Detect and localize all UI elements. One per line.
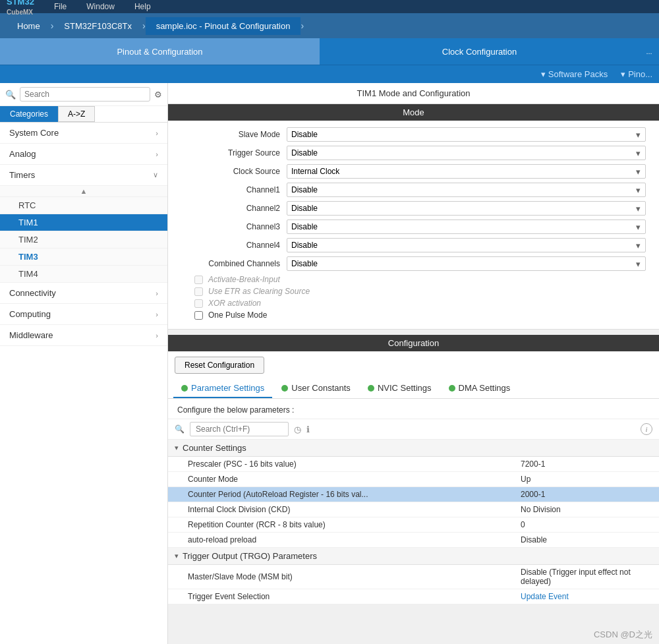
reset-config-button[interactable]: Reset Configuration — [175, 357, 264, 374]
param-row-counter-period[interactable]: Counter Period (AutoReload Register - 16… — [168, 487, 659, 502]
tab-partial[interactable]: ... — [639, 38, 659, 65]
config-header: Configuration — [168, 335, 659, 351]
one-pulse-checkbox[interactable] — [194, 311, 203, 320]
sidebar-item-computing[interactable]: Computing › — [0, 304, 167, 325]
tab-clock[interactable]: Clock Configuration — [320, 38, 639, 65]
sidebar-sub-tim2[interactable]: TIM2 — [0, 231, 167, 249]
xor-label: XOR activation — [208, 299, 261, 308]
sidebar-sub-tim3[interactable]: TIM3 — [0, 249, 167, 266]
breadcrumb-home[interactable]: Home — [7, 17, 51, 35]
config-section: Configuration Reset Configuration Parame… — [168, 335, 659, 604]
config-tab-parameter[interactable]: Parameter Settings — [173, 379, 272, 398]
config-tab-nvic[interactable]: NVIC Settings — [360, 379, 440, 398]
info-button[interactable]: i — [641, 423, 652, 435]
clock-source-select-wrapper: Internal Clock — [287, 164, 646, 179]
logo: STM32CubeMX — [7, 0, 34, 16]
search-input[interactable] — [20, 87, 150, 102]
sidebar-tab-categories[interactable]: Categories — [0, 106, 58, 122]
collapse-arrow-icon: ▲ — [80, 187, 88, 195]
channel3-select-wrapper: Disable — [287, 220, 646, 234]
main-tab-bar: Pinout & Configuration Clock Configurati… — [0, 38, 659, 65]
param-search-icon: 🔍 — [175, 424, 185, 434]
channel1-row: Channel1 Disable — [181, 183, 646, 197]
sub-tab-bar: ▾ Software Packs ▾ Pino... — [0, 65, 659, 83]
sidebar-item-system-core[interactable]: System Core › — [0, 123, 167, 144]
combined-channels-label: Combined Channels — [181, 259, 287, 268]
checkbox-use-etr: Use ETR as Clearing Source — [194, 287, 646, 296]
config-tabs: Parameter Settings User Constants NVIC S… — [168, 379, 659, 399]
user-constants-dot-icon — [281, 385, 288, 392]
param-row-clock-division: Internal Clock Division (CKD) No Divisio… — [168, 502, 659, 517]
config-tab-dma[interactable]: DMA Settings — [441, 379, 519, 398]
channel2-label: Channel2 — [181, 204, 287, 213]
sub-tab-software-packs[interactable]: ▾ Software Packs — [541, 69, 608, 79]
sidebar-item-analog[interactable]: Analog › — [0, 144, 167, 165]
counter-settings-rows: Prescaler (PSC - 16 bits value) 7200-1 C… — [168, 457, 659, 548]
xor-checkbox[interactable] — [194, 299, 203, 308]
chevron-right-icon: › — [156, 310, 158, 318]
channel2-row: Channel2 Disable — [181, 201, 646, 216]
config-tab-user-constants[interactable]: User Constants — [273, 379, 358, 398]
slave-mode-select[interactable]: Disable — [287, 127, 646, 142]
channel3-select[interactable]: Disable — [287, 220, 646, 234]
channel4-row: Channel4 Disable — [181, 238, 646, 252]
clock-source-label: Clock Source — [181, 167, 287, 176]
checkbox-xor: XOR activation — [194, 299, 646, 308]
history-icon[interactable]: ◷ — [294, 424, 301, 434]
checkbox-activate-break: Activate-Break-Input — [194, 275, 646, 284]
param-search-input[interactable] — [190, 422, 289, 436]
tab-pinout[interactable]: Pinout & Configuration — [0, 38, 320, 65]
activate-break-label: Activate-Break-Input — [208, 275, 280, 284]
main-layout: 🔍 ⚙ Categories A->Z System Core › Analog… — [0, 83, 659, 644]
combined-channels-select-wrapper: Disable — [287, 256, 646, 271]
sub-tab-pinout[interactable]: ▾ Pino... — [621, 69, 652, 79]
chevron-right-icon: › — [156, 332, 158, 339]
activate-break-checkbox[interactable] — [194, 276, 203, 284]
counter-settings-group[interactable]: ▾ Counter Settings — [168, 440, 659, 457]
timers-collapse-btn[interactable]: ▲ — [0, 186, 167, 197]
sidebar-tab-az[interactable]: A->Z — [58, 106, 95, 122]
clock-source-select[interactable]: Internal Clock — [287, 164, 646, 179]
sidebar-sub-tim4[interactable]: TIM4 — [0, 266, 167, 283]
channel2-select[interactable]: Disable — [287, 201, 646, 216]
clock-source-row: Clock Source Internal Clock — [181, 164, 646, 179]
trigger-source-select[interactable]: Disable — [287, 146, 646, 160]
channel2-select-wrapper: Disable — [287, 201, 646, 216]
use-etr-checkbox[interactable] — [194, 287, 203, 296]
breadcrumb-mcu[interactable]: STM32F103C8Tx — [53, 17, 142, 35]
menu-help[interactable]: Help — [134, 2, 151, 11]
breadcrumb-arrow-3: › — [301, 20, 304, 31]
sidebar-sub-tim1[interactable]: TIM1 — [0, 214, 167, 231]
combined-channels-select[interactable]: Disable — [287, 256, 646, 271]
slave-mode-label: Slave Mode — [181, 130, 287, 139]
gear-icon[interactable]: ⚙ — [154, 90, 162, 100]
param-row-auto-reload: auto-reload preload Disable — [168, 533, 659, 548]
sidebar-search-bar: 🔍 ⚙ — [0, 83, 167, 106]
content-area: TIM1 Mode and Configuration Mode Slave M… — [168, 83, 659, 644]
sidebar-tabs: Categories A->Z — [0, 106, 167, 123]
sidebar-item-connectivity[interactable]: Connectivity › — [0, 283, 167, 304]
param-row-master-slave: Master/Slave Mode (MSM bit) Disable (Tri… — [168, 565, 659, 589]
channel1-select-wrapper: Disable — [287, 183, 646, 197]
breadcrumb-file[interactable]: sample.ioc - Pinout & Configuration — [146, 17, 301, 35]
content-title: TIM1 Mode and Configuration — [168, 83, 659, 104]
counter-settings-collapse-icon: ▾ — [175, 444, 179, 452]
channel1-select[interactable]: Disable — [287, 183, 646, 197]
slave-mode-row: Slave Mode Disable — [181, 127, 646, 142]
param-row-trigger-event: Trigger Event Selection Update Event — [168, 589, 659, 604]
sidebar-item-timers[interactable]: Timers ∨ — [0, 165, 167, 186]
help-icon[interactable]: ℹ — [306, 424, 310, 434]
trigger-output-rows: Master/Slave Mode (MSM bit) Disable (Tri… — [168, 565, 659, 604]
sidebar-sub-rtc[interactable]: RTC — [0, 197, 167, 214]
breadcrumb: Home › STM32F103C8Tx › sample.ioc - Pino… — [0, 13, 659, 38]
search-icon: 🔍 — [5, 90, 16, 100]
channel3-label: Channel3 — [181, 222, 287, 231]
chevron-right-icon: › — [156, 150, 158, 158]
menu-window[interactable]: Window — [86, 2, 115, 11]
trigger-output-group[interactable]: ▾ Trigger Output (TRGO) Parameters — [168, 548, 659, 565]
menu-file[interactable]: File — [54, 2, 67, 11]
channel4-select[interactable]: Disable — [287, 238, 646, 252]
sidebar-items: System Core › Analog › Timers ∨ ▲ RTC TI… — [0, 123, 167, 644]
param-row-repetition-counter: Repetition Counter (RCR - 8 bits value) … — [168, 517, 659, 533]
sidebar-item-middleware[interactable]: Middleware › — [0, 325, 167, 346]
